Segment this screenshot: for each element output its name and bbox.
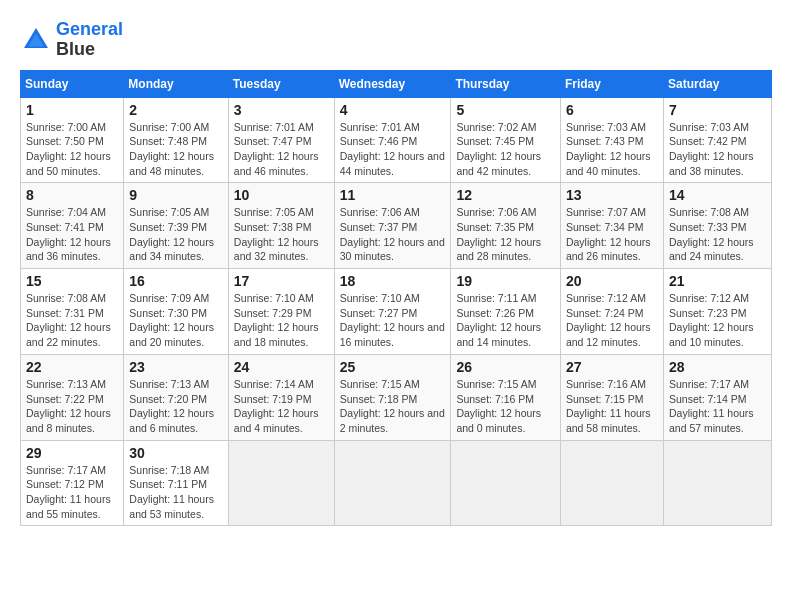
calendar-cell: 28 Sunrise: 7:17 AMSunset: 7:14 PMDaylig… (663, 354, 771, 440)
calendar-cell: 19 Sunrise: 7:11 AMSunset: 7:26 PMDaylig… (451, 269, 561, 355)
calendar-table: SundayMondayTuesdayWednesdayThursdayFrid… (20, 70, 772, 527)
calendar-cell (451, 440, 561, 526)
calendar-cell: 27 Sunrise: 7:16 AMSunset: 7:15 PMDaylig… (560, 354, 663, 440)
day-number: 4 (340, 102, 446, 118)
calendar-cell: 9 Sunrise: 7:05 AMSunset: 7:39 PMDayligh… (124, 183, 228, 269)
calendar-cell (663, 440, 771, 526)
day-number: 10 (234, 187, 329, 203)
calendar-cell (560, 440, 663, 526)
day-number: 18 (340, 273, 446, 289)
day-number: 26 (456, 359, 555, 375)
day-detail: Sunrise: 7:02 AMSunset: 7:45 PMDaylight:… (456, 120, 555, 179)
calendar-week-row: 15 Sunrise: 7:08 AMSunset: 7:31 PMDaylig… (21, 269, 772, 355)
day-detail: Sunrise: 7:06 AMSunset: 7:35 PMDaylight:… (456, 205, 555, 264)
calendar-cell: 2 Sunrise: 7:00 AMSunset: 7:48 PMDayligh… (124, 97, 228, 183)
day-detail: Sunrise: 7:04 AMSunset: 7:41 PMDaylight:… (26, 205, 118, 264)
day-number: 8 (26, 187, 118, 203)
day-number: 30 (129, 445, 222, 461)
calendar-week-row: 8 Sunrise: 7:04 AMSunset: 7:41 PMDayligh… (21, 183, 772, 269)
day-header-wednesday: Wednesday (334, 70, 451, 97)
calendar-cell: 8 Sunrise: 7:04 AMSunset: 7:41 PMDayligh… (21, 183, 124, 269)
calendar-cell: 11 Sunrise: 7:06 AMSunset: 7:37 PMDaylig… (334, 183, 451, 269)
day-detail: Sunrise: 7:14 AMSunset: 7:19 PMDaylight:… (234, 377, 329, 436)
day-number: 9 (129, 187, 222, 203)
calendar-cell: 18 Sunrise: 7:10 AMSunset: 7:27 PMDaylig… (334, 269, 451, 355)
calendar-cell: 1 Sunrise: 7:00 AMSunset: 7:50 PMDayligh… (21, 97, 124, 183)
day-number: 3 (234, 102, 329, 118)
day-detail: Sunrise: 7:10 AMSunset: 7:29 PMDaylight:… (234, 291, 329, 350)
calendar-cell: 3 Sunrise: 7:01 AMSunset: 7:47 PMDayligh… (228, 97, 334, 183)
logo-icon (20, 24, 52, 56)
day-number: 17 (234, 273, 329, 289)
calendar-cell: 12 Sunrise: 7:06 AMSunset: 7:35 PMDaylig… (451, 183, 561, 269)
day-number: 28 (669, 359, 766, 375)
day-detail: Sunrise: 7:05 AMSunset: 7:39 PMDaylight:… (129, 205, 222, 264)
day-number: 16 (129, 273, 222, 289)
day-number: 2 (129, 102, 222, 118)
day-number: 15 (26, 273, 118, 289)
day-number: 27 (566, 359, 658, 375)
calendar-cell: 30 Sunrise: 7:18 AMSunset: 7:11 PMDaylig… (124, 440, 228, 526)
calendar-week-row: 29 Sunrise: 7:17 AMSunset: 7:12 PMDaylig… (21, 440, 772, 526)
calendar-cell: 23 Sunrise: 7:13 AMSunset: 7:20 PMDaylig… (124, 354, 228, 440)
calendar-cell: 14 Sunrise: 7:08 AMSunset: 7:33 PMDaylig… (663, 183, 771, 269)
calendar-cell: 6 Sunrise: 7:03 AMSunset: 7:43 PMDayligh… (560, 97, 663, 183)
day-header-thursday: Thursday (451, 70, 561, 97)
calendar-cell: 16 Sunrise: 7:09 AMSunset: 7:30 PMDaylig… (124, 269, 228, 355)
calendar-cell: 5 Sunrise: 7:02 AMSunset: 7:45 PMDayligh… (451, 97, 561, 183)
day-detail: Sunrise: 7:08 AMSunset: 7:33 PMDaylight:… (669, 205, 766, 264)
day-detail: Sunrise: 7:18 AMSunset: 7:11 PMDaylight:… (129, 463, 222, 522)
calendar-cell: 22 Sunrise: 7:13 AMSunset: 7:22 PMDaylig… (21, 354, 124, 440)
calendar-cell: 10 Sunrise: 7:05 AMSunset: 7:38 PMDaylig… (228, 183, 334, 269)
day-detail: Sunrise: 7:07 AMSunset: 7:34 PMDaylight:… (566, 205, 658, 264)
day-number: 22 (26, 359, 118, 375)
day-number: 11 (340, 187, 446, 203)
day-number: 12 (456, 187, 555, 203)
day-number: 21 (669, 273, 766, 289)
day-header-saturday: Saturday (663, 70, 771, 97)
day-header-friday: Friday (560, 70, 663, 97)
calendar-cell: 17 Sunrise: 7:10 AMSunset: 7:29 PMDaylig… (228, 269, 334, 355)
day-number: 1 (26, 102, 118, 118)
day-detail: Sunrise: 7:15 AMSunset: 7:16 PMDaylight:… (456, 377, 555, 436)
day-detail: Sunrise: 7:13 AMSunset: 7:22 PMDaylight:… (26, 377, 118, 436)
calendar-cell: 7 Sunrise: 7:03 AMSunset: 7:42 PMDayligh… (663, 97, 771, 183)
day-detail: Sunrise: 7:17 AMSunset: 7:12 PMDaylight:… (26, 463, 118, 522)
day-detail: Sunrise: 7:00 AMSunset: 7:50 PMDaylight:… (26, 120, 118, 179)
day-detail: Sunrise: 7:00 AMSunset: 7:48 PMDaylight:… (129, 120, 222, 179)
day-header-tuesday: Tuesday (228, 70, 334, 97)
day-number: 23 (129, 359, 222, 375)
day-detail: Sunrise: 7:10 AMSunset: 7:27 PMDaylight:… (340, 291, 446, 350)
day-number: 13 (566, 187, 658, 203)
day-number: 25 (340, 359, 446, 375)
calendar-cell (228, 440, 334, 526)
day-number: 5 (456, 102, 555, 118)
day-detail: Sunrise: 7:08 AMSunset: 7:31 PMDaylight:… (26, 291, 118, 350)
calendar-header-row: SundayMondayTuesdayWednesdayThursdayFrid… (21, 70, 772, 97)
calendar-cell (334, 440, 451, 526)
calendar-week-row: 1 Sunrise: 7:00 AMSunset: 7:50 PMDayligh… (21, 97, 772, 183)
day-detail: Sunrise: 7:11 AMSunset: 7:26 PMDaylight:… (456, 291, 555, 350)
day-detail: Sunrise: 7:12 AMSunset: 7:23 PMDaylight:… (669, 291, 766, 350)
logo-text: GeneralBlue (56, 20, 123, 60)
day-detail: Sunrise: 7:03 AMSunset: 7:43 PMDaylight:… (566, 120, 658, 179)
day-header-monday: Monday (124, 70, 228, 97)
day-detail: Sunrise: 7:12 AMSunset: 7:24 PMDaylight:… (566, 291, 658, 350)
calendar-cell: 13 Sunrise: 7:07 AMSunset: 7:34 PMDaylig… (560, 183, 663, 269)
calendar-cell: 24 Sunrise: 7:14 AMSunset: 7:19 PMDaylig… (228, 354, 334, 440)
calendar-cell: 15 Sunrise: 7:08 AMSunset: 7:31 PMDaylig… (21, 269, 124, 355)
day-detail: Sunrise: 7:17 AMSunset: 7:14 PMDaylight:… (669, 377, 766, 436)
day-number: 7 (669, 102, 766, 118)
day-number: 6 (566, 102, 658, 118)
calendar-body: 1 Sunrise: 7:00 AMSunset: 7:50 PMDayligh… (21, 97, 772, 526)
calendar-cell: 20 Sunrise: 7:12 AMSunset: 7:24 PMDaylig… (560, 269, 663, 355)
day-detail: Sunrise: 7:01 AMSunset: 7:46 PMDaylight:… (340, 120, 446, 179)
calendar-cell: 25 Sunrise: 7:15 AMSunset: 7:18 PMDaylig… (334, 354, 451, 440)
calendar-cell: 21 Sunrise: 7:12 AMSunset: 7:23 PMDaylig… (663, 269, 771, 355)
logo: GeneralBlue (20, 20, 123, 60)
day-detail: Sunrise: 7:01 AMSunset: 7:47 PMDaylight:… (234, 120, 329, 179)
day-detail: Sunrise: 7:06 AMSunset: 7:37 PMDaylight:… (340, 205, 446, 264)
calendar-week-row: 22 Sunrise: 7:13 AMSunset: 7:22 PMDaylig… (21, 354, 772, 440)
day-detail: Sunrise: 7:03 AMSunset: 7:42 PMDaylight:… (669, 120, 766, 179)
header: GeneralBlue (20, 20, 772, 60)
